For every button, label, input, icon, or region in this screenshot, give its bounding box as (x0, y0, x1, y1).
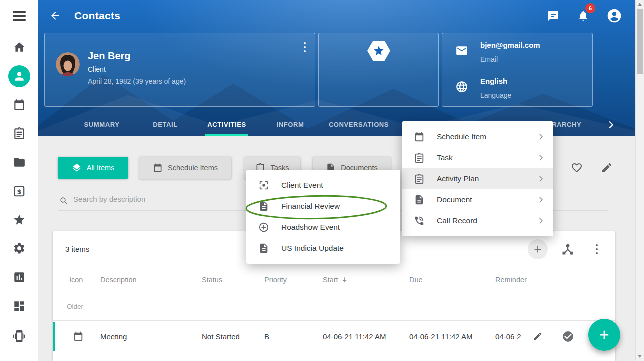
heart-favorite-icon[interactable] (571, 162, 583, 174)
notification-badge: 6 (585, 4, 595, 14)
col-status[interactable]: Status (202, 268, 222, 292)
menu-item-task[interactable]: Task (402, 148, 553, 168)
submenu-item-roadshow-event[interactable]: Roadshow Event (246, 217, 400, 238)
hexagon-star-icon (367, 40, 391, 64)
col-due[interactable]: Due (409, 268, 423, 292)
row-edit-icon[interactable] (533, 332, 543, 342)
chevron-right-icon (536, 132, 545, 142)
scroll-up-icon[interactable] (638, 3, 642, 6)
contacts-icon[interactable] (8, 66, 30, 88)
list-menu-icon[interactable] (596, 244, 598, 258)
hierarchy-view-icon[interactable] (561, 242, 575, 256)
tab-summary[interactable]: SUMMARY (83, 114, 121, 136)
top-app-bar: Contacts 6 (38, 0, 635, 32)
language-value: English (480, 77, 507, 86)
items-count: 3 items (65, 232, 89, 268)
contact-info-card: bjen@gmail.com Email English Language (442, 33, 593, 107)
menu-item-schedule-item[interactable]: Schedule Item (402, 126, 553, 148)
calendar-icon (73, 331, 84, 342)
call-log-icon[interactable] (13, 330, 26, 343)
pencil-edit-icon[interactable] (601, 162, 613, 174)
tab-inform[interactable]: INFORM (276, 114, 304, 136)
plus-icon (532, 244, 543, 255)
row-complete-check-icon[interactable] (562, 330, 574, 343)
page-scrollbar[interactable] (635, 0, 644, 361)
scrollbar-thumb[interactable] (637, 9, 643, 74)
col-icon[interactable]: Icon (69, 268, 83, 292)
submenu-item-financial-review[interactable]: Financial Review (246, 196, 400, 217)
activity-plan-submenu: Client Event Financial Review Roadshow E… (246, 170, 400, 264)
menu-item-label: Call Record (437, 216, 477, 226)
search-input[interactable] (73, 191, 238, 207)
filter-label: Schedule Items (168, 164, 218, 172)
profile-card: Jen Berg Client April 28, 1982 (39 years… (44, 33, 315, 107)
menu-item-document[interactable]: Document (402, 190, 553, 210)
submenu-item-us-indicia-update[interactable]: US Indicia Update (246, 238, 400, 259)
calendar-icon[interactable] (13, 98, 26, 112)
filter-schedule-items-button[interactable]: Schedule Items (139, 157, 231, 179)
fab-add-button[interactable] (588, 319, 620, 351)
account-avatar-icon[interactable] (606, 8, 622, 24)
scroll-down-icon[interactable] (638, 355, 642, 358)
document-icon (258, 243, 269, 254)
star-icon[interactable] (13, 214, 26, 226)
contact-type: Client (88, 66, 106, 74)
menu-item-call-record[interactable]: Call Record (402, 210, 553, 232)
reports-icon[interactable] (13, 271, 26, 284)
tab-activities[interactable]: ACTIVITIES (205, 114, 248, 136)
contact-birthdate: April 28, 1982 (39 years of age) (88, 78, 186, 86)
table-header-row: Icon Description Status Priority Start D… (53, 268, 615, 292)
tab-conversations[interactable]: CONVERSATIONS (328, 114, 390, 136)
add-item-button[interactable] (528, 240, 548, 260)
create-activity-menu: Schedule Item Task Activity Plan Documen… (402, 122, 553, 236)
search-icon (59, 196, 69, 206)
add-circle-icon (258, 222, 269, 233)
col-description[interactable]: Description (100, 268, 137, 292)
profile-photo (56, 52, 80, 76)
col-reminder[interactable]: Reminder (495, 268, 527, 292)
calendar-icon (414, 132, 425, 142)
folder-icon[interactable] (13, 156, 26, 169)
tasks-icon[interactable] (13, 127, 26, 140)
chevron-right-icon (536, 174, 545, 184)
chat-icon[interactable] (547, 10, 559, 22)
menu-item-label: Activity Plan (437, 174, 479, 184)
submenu-item-label: Roadshow Event (281, 223, 340, 232)
document-icon (414, 194, 425, 206)
back-arrow-icon[interactable] (49, 10, 61, 22)
submenu-item-client-event[interactable]: Client Event (246, 175, 400, 196)
menu-item-activity-plan[interactable]: Activity Plan (402, 168, 553, 190)
fees-icon[interactable]: $ (13, 185, 26, 198)
app-window: $ Contacts (0, 0, 644, 361)
col-start-label: Start (323, 276, 338, 284)
email-value: bjen@gmail.com (480, 41, 540, 50)
tab-detail[interactable]: DETAIL (153, 114, 178, 136)
svg-text:$: $ (17, 188, 21, 196)
col-priority[interactable]: Priority (264, 268, 287, 292)
menu-item-label: Task (437, 154, 453, 162)
menu-item-label: Document (437, 196, 472, 204)
filter-all-items-button[interactable]: All Items (58, 157, 128, 179)
cell-start: 04-06-21 11:42 AM (323, 321, 386, 352)
sort-desc-icon (341, 276, 348, 284)
cell-reminder: 04-06-2 (495, 321, 521, 352)
home-icon[interactable] (13, 41, 26, 54)
group-label: Older (67, 292, 83, 321)
filter-label: All Items (87, 164, 115, 172)
table-row[interactable]: Meeting Not Started B 04-06-21 11:42 AM … (53, 321, 615, 352)
col-start[interactable]: Start (323, 268, 348, 292)
email-label: Email (480, 56, 498, 64)
tabs-scroll-right-icon[interactable] (605, 120, 616, 130)
chevron-right-icon (536, 216, 545, 226)
profile-card-menu-icon[interactable] (304, 42, 306, 56)
settings-icon[interactable] (13, 242, 26, 255)
center-focus-icon (258, 180, 269, 191)
menu-icon[interactable] (13, 12, 26, 22)
language-globe-icon (455, 80, 468, 94)
badge-card (318, 33, 439, 107)
chevron-right-icon (536, 154, 545, 162)
dashboard-icon[interactable] (13, 300, 26, 313)
submenu-item-label: Financial Review (281, 202, 340, 211)
language-label: Language (480, 92, 511, 100)
phone-in-talk-icon (414, 216, 425, 226)
